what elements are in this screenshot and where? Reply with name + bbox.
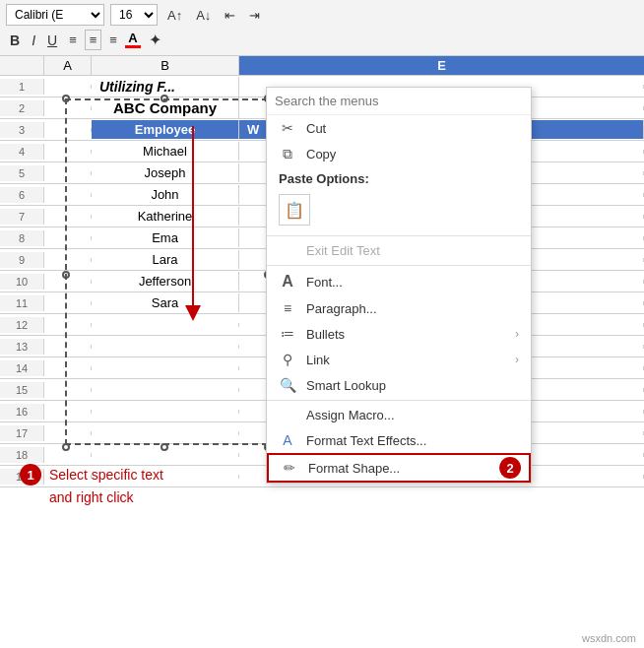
ctx-search-input[interactable] xyxy=(275,94,523,108)
cell-a11[interactable] xyxy=(44,301,92,305)
handle-bl[interactable] xyxy=(62,443,70,451)
cell-a6[interactable] xyxy=(44,193,92,197)
row-num-15: 15 xyxy=(0,382,44,398)
col-b-header: B xyxy=(92,56,239,75)
row-num-3: 3 xyxy=(0,122,44,138)
cell-a15[interactable] xyxy=(44,388,92,392)
handle-tm[interactable] xyxy=(161,95,168,102)
cell-a5[interactable] xyxy=(44,171,92,175)
cell-b18[interactable] xyxy=(92,453,239,457)
cell-a9[interactable] xyxy=(44,258,92,262)
cell-b11[interactable]: Sara xyxy=(92,293,239,312)
smart-lookup-icon: 🔍 xyxy=(279,377,296,393)
bold-button[interactable]: B xyxy=(6,31,24,50)
highlight-button[interactable]: ✦ xyxy=(145,29,165,51)
ctx-bullets[interactable]: ≔ Bullets › xyxy=(267,321,531,347)
font-size-select[interactable]: 16 xyxy=(110,4,158,26)
row-num-9: 9 xyxy=(0,252,44,268)
ctx-format-shape[interactable]: ✏ Format Shape... 2 xyxy=(267,453,531,483)
shrink-font-button[interactable]: A↓ xyxy=(192,6,215,25)
cell-b4[interactable]: Michael xyxy=(92,142,239,161)
cell-a16[interactable] xyxy=(44,410,92,414)
cell-b15[interactable] xyxy=(92,388,239,392)
cell-b14[interactable] xyxy=(92,366,239,370)
cell-a1[interactable] xyxy=(44,85,92,89)
cell-b6[interactable]: John xyxy=(92,185,239,204)
cell-a14[interactable] xyxy=(44,366,92,370)
cell-b10[interactable]: Jefferson xyxy=(92,272,239,291)
cell-b8[interactable]: Ema xyxy=(92,228,239,247)
col-e-header: E xyxy=(239,56,644,75)
row-num-13: 13 xyxy=(0,339,44,355)
ctx-assign-macro[interactable]: Assign Macro... xyxy=(267,403,531,427)
ctx-exit-edit: Exit Edit Text xyxy=(267,238,531,263)
ctx-font[interactable]: A Font... xyxy=(267,268,531,295)
indent-decrease-button[interactable]: ⇤ xyxy=(221,6,239,25)
handle-ml[interactable] xyxy=(62,271,70,279)
cell-a2[interactable] xyxy=(44,106,92,110)
cell-b16[interactable] xyxy=(92,410,239,414)
cut-icon: ✂ xyxy=(279,120,296,136)
align-left-button[interactable]: ≡ xyxy=(65,31,81,49)
ctx-format-text-effects-label: Format Text Effects... xyxy=(306,433,519,448)
cell-a18[interactable] xyxy=(44,453,92,457)
annotation-step1: 1 Select specific text and right click xyxy=(20,464,163,505)
step1-text: Select specific text xyxy=(49,467,163,483)
row-num-7: 7 xyxy=(0,209,44,225)
row-num-11: 11 xyxy=(0,295,44,311)
context-menu: ✂ Cut ⧉ Copy Paste Options: 📋 Exit Edit … xyxy=(266,87,532,484)
align-center-button[interactable]: ≡ xyxy=(85,30,102,50)
copy-icon: ⧉ xyxy=(279,146,296,162)
ctx-font-label: Font... xyxy=(306,275,519,290)
cell-a3[interactable] xyxy=(44,128,92,132)
ctx-format-shape-label: Format Shape... xyxy=(308,461,493,476)
ctx-smart-lookup-label: Smart Lookup xyxy=(306,378,519,393)
cell-a4[interactable] xyxy=(44,150,92,154)
row-num-header xyxy=(0,56,44,75)
row-num-4: 4 xyxy=(0,144,44,160)
ribbon: Calibri (E 16 A↑ A↓ ⇤ ⇥ B I U ≡ ≡ ≡ A ✦ xyxy=(0,0,644,56)
cell-a7[interactable] xyxy=(44,215,92,219)
ctx-paragraph[interactable]: ≡ Paragraph... xyxy=(267,295,531,321)
cell-b12[interactable] xyxy=(92,323,239,327)
cell-a10[interactable] xyxy=(44,280,92,284)
step2-circle: 2 xyxy=(499,457,521,479)
align-right-button[interactable]: ≡ xyxy=(105,31,121,49)
ctx-link[interactable]: ⚲ Link › xyxy=(267,347,531,372)
cell-b1[interactable]: Utilizing F... xyxy=(92,77,239,97)
ribbon-row1: Calibri (E 16 A↑ A↓ ⇤ ⇥ xyxy=(6,4,638,26)
cell-b9[interactable]: Lara xyxy=(92,250,239,269)
ctx-paste-icon[interactable]: 📋 xyxy=(279,194,310,226)
cell-b13[interactable] xyxy=(92,345,239,349)
indent-increase-button[interactable]: ⇥ xyxy=(245,6,264,25)
row-num-18: 18 xyxy=(0,447,44,463)
cell-a12[interactable] xyxy=(44,323,92,327)
italic-button[interactable]: I xyxy=(28,31,39,50)
step1-circle: 1 xyxy=(20,464,41,486)
ctx-cut[interactable]: ✂ Cut xyxy=(267,115,531,141)
handle-bm[interactable] xyxy=(161,443,168,451)
step1-text2: and right click xyxy=(49,489,134,505)
cell-a17[interactable] xyxy=(44,431,92,435)
ctx-copy[interactable]: ⧉ Copy xyxy=(267,141,531,167)
font-name-select[interactable]: Calibri (E xyxy=(6,4,104,26)
row-num-6: 6 xyxy=(0,187,44,203)
cell-b5[interactable]: Joseph xyxy=(92,163,239,182)
handle-tl[interactable] xyxy=(62,95,70,102)
ctx-link-label: Link xyxy=(306,353,505,367)
cell-b3-employee[interactable]: Employee xyxy=(92,120,239,139)
cell-a13[interactable] xyxy=(44,345,92,349)
cell-a8[interactable] xyxy=(44,236,92,240)
row-num-14: 14 xyxy=(0,360,44,376)
ctx-smart-lookup[interactable]: 🔍 Smart Lookup xyxy=(267,372,531,398)
ctx-paste-icon-row: 📋 xyxy=(267,190,531,233)
cell-b7[interactable]: Katherine xyxy=(92,207,239,226)
font-color-button[interactable]: A xyxy=(125,32,141,48)
ctx-format-text-effects[interactable]: A Format Text Effects... xyxy=(267,427,531,453)
ribbon-row2: B I U ≡ ≡ ≡ A ✦ xyxy=(6,29,638,51)
row-num-12: 12 xyxy=(0,317,44,333)
bullets-arrow-icon: › xyxy=(515,327,519,341)
underline-button[interactable]: U xyxy=(43,31,61,50)
grow-font-button[interactable]: A↑ xyxy=(163,6,186,25)
cell-b17[interactable] xyxy=(92,431,239,435)
